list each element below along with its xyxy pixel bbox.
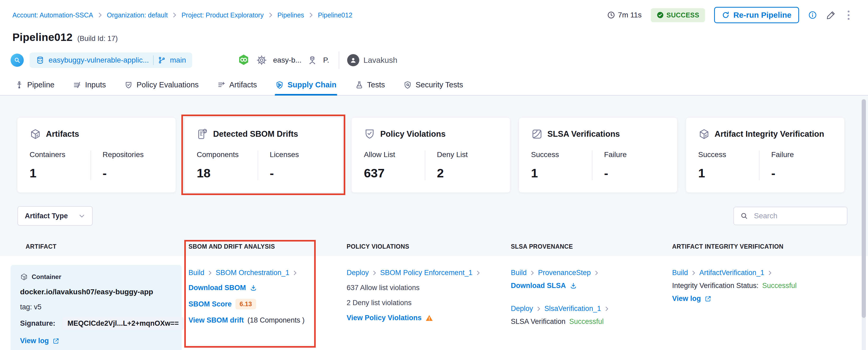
info-icon[interactable] bbox=[808, 10, 817, 20]
flask-icon bbox=[355, 81, 364, 89]
card-metric-value: 1 bbox=[698, 166, 759, 180]
more-options-kebab-icon[interactable] bbox=[845, 9, 852, 21]
view-log-label: View log bbox=[672, 294, 701, 303]
run-duration-label: 7m 11s bbox=[618, 11, 642, 19]
person-icon bbox=[349, 56, 357, 64]
container-cube-icon bbox=[20, 273, 28, 281]
shield-check-icon bbox=[364, 128, 375, 140]
tab-policy-evaluations[interactable]: Policy Evaluations bbox=[124, 77, 199, 95]
card-metric-label: Licenses bbox=[270, 151, 331, 159]
view-sbom-drift-link[interactable]: View SBOM drift bbox=[188, 316, 244, 324]
breadcrumb-account[interactable]: Account: Automation-SSCA bbox=[12, 11, 93, 19]
search-input[interactable] bbox=[753, 212, 841, 220]
scrollbar-thumb[interactable] bbox=[862, 99, 866, 318]
stage-link[interactable]: Build bbox=[511, 269, 527, 277]
download-sbom-link[interactable]: Download SBOM bbox=[188, 284, 257, 292]
signature-value: MEQCICde2Vjl...L+2+mqnOXw== bbox=[62, 317, 184, 330]
tab-artifacts[interactable]: Artifacts bbox=[217, 77, 258, 95]
supply-chain-shield-icon bbox=[275, 81, 284, 89]
breadcrumb-project[interactable]: Project: Product Exploratory bbox=[181, 11, 264, 19]
tab-security-tests[interactable]: Security Tests bbox=[403, 77, 464, 95]
gear-icon bbox=[256, 55, 267, 66]
artifact-type-text: Container bbox=[32, 273, 61, 281]
step-link[interactable]: SBOM Orchestration_1 bbox=[216, 269, 289, 277]
chevron-right-icon bbox=[98, 12, 102, 18]
trigger-abbrev: P. bbox=[323, 56, 329, 64]
integrity-status-label: Integrity Verification Status: bbox=[672, 282, 758, 290]
run-controls: 7m 11s SUCCESS Re-run Pipeline bbox=[607, 7, 852, 23]
stage-link[interactable]: Build bbox=[188, 269, 204, 277]
view-log-link[interactable]: View log bbox=[672, 294, 711, 303]
step-link[interactable]: SlsaVerification_1 bbox=[544, 305, 601, 313]
cube-icon bbox=[30, 128, 41, 140]
card-metric-value: - bbox=[270, 166, 331, 180]
user-name: Lavakush bbox=[364, 56, 397, 65]
column-header-integrity: ARTIFACT INTEGRITY VERIFICATION bbox=[672, 243, 849, 250]
cube-icon bbox=[698, 128, 710, 140]
stage-link[interactable]: Deploy bbox=[347, 269, 369, 277]
step-link[interactable]: SBOM Policy Enforcement_1 bbox=[380, 269, 472, 277]
inputs-icon bbox=[73, 81, 81, 89]
trigger-info: easy-b... P. bbox=[237, 54, 329, 67]
sbom-score-link[interactable]: SBOM Score bbox=[188, 300, 232, 308]
breadcrumb-pipelines[interactable]: Pipelines bbox=[277, 11, 304, 19]
download-slsa-label: Download SLSA bbox=[511, 282, 566, 290]
chevron-right-icon bbox=[594, 270, 598, 276]
search-icon bbox=[740, 212, 748, 220]
card-metric-label: Success bbox=[531, 151, 592, 159]
stage-link[interactable]: Deploy bbox=[511, 305, 533, 313]
sbom-document-icon bbox=[197, 128, 208, 140]
slsa-verification-status: Successful bbox=[569, 318, 604, 326]
slsa-verification-label: SLSA Verification bbox=[511, 318, 565, 326]
edit-pencil-icon[interactable] bbox=[826, 10, 836, 20]
tab-pipeline[interactable]: Pipeline bbox=[14, 77, 55, 95]
chevron-right-icon bbox=[372, 270, 376, 276]
chevron-down-icon bbox=[79, 213, 85, 219]
tab-label: Supply Chain bbox=[287, 81, 336, 89]
card-title: Artifacts bbox=[46, 129, 79, 139]
artifact-image-name: docker.io/lavakush07/easy-buggy-app bbox=[20, 288, 172, 296]
artifact-cell: Container docker.io/lavakush07/easy-bugg… bbox=[10, 265, 182, 350]
breadcrumb-pipeline012[interactable]: Pipeline012 bbox=[318, 11, 352, 19]
chevron-right-icon bbox=[692, 270, 695, 276]
card-metric-value: 2 bbox=[437, 166, 498, 180]
download-icon bbox=[250, 284, 257, 292]
tab-label: Security Tests bbox=[415, 81, 463, 89]
card-detected-sbom-drifts: Detected SBOM Drifts Components 18 Licen… bbox=[185, 118, 343, 192]
tab-supply-chain[interactable]: Supply Chain bbox=[275, 77, 337, 95]
clock-icon bbox=[607, 11, 615, 19]
chevron-right-icon bbox=[173, 12, 177, 18]
repository-chip[interactable]: easybuggy-vulnerable-applic... main bbox=[30, 53, 192, 68]
sbom-drift-count: (18 Components ) bbox=[248, 316, 305, 324]
download-slsa-link[interactable]: Download SLSA bbox=[511, 282, 577, 290]
card-metric-value: - bbox=[103, 166, 164, 180]
allow-list-violations: 637 Allow list violations bbox=[347, 284, 503, 292]
breadcrumb-organization[interactable]: Organization: default bbox=[107, 11, 168, 19]
top-bar: Account: Automation-SSCA Organization: d… bbox=[0, 0, 868, 23]
rerun-pipeline-button[interactable]: Re-run Pipeline bbox=[714, 7, 799, 23]
table-header-row: ARTIFACT SBOM AND DRIFT ANALYSIS POLICY … bbox=[0, 243, 868, 250]
build-id: (Build Id: 17) bbox=[78, 35, 118, 43]
artifact-type-dropdown[interactable]: Artifact Type bbox=[18, 206, 93, 226]
stage-link[interactable]: Build bbox=[672, 269, 688, 277]
tab-inputs[interactable]: Inputs bbox=[72, 77, 106, 95]
branch-name[interactable]: main bbox=[170, 56, 186, 64]
column-header-policy: POLICY VIOLATIONS bbox=[347, 243, 511, 250]
tab-tests[interactable]: Tests bbox=[354, 77, 386, 95]
filter-bar: Artifact Type bbox=[0, 192, 868, 226]
card-title: Artifact Integrity Verification bbox=[715, 129, 824, 139]
artifacts-table: ARTIFACT SBOM AND DRIFT ANALYSIS POLICY … bbox=[0, 243, 868, 350]
view-log-link[interactable]: View log bbox=[20, 337, 59, 345]
card-metric-label: Failure bbox=[771, 151, 832, 159]
column-header-artifact: ARTIFACT bbox=[10, 243, 185, 250]
signature-label: Signature: bbox=[20, 319, 56, 327]
view-policy-violations-link[interactable]: View Policy Violations bbox=[347, 314, 422, 322]
step-link[interactable]: ArtifactVerification_1 bbox=[699, 269, 764, 277]
card-metric-value: 637 bbox=[364, 166, 425, 180]
repository-name: easybuggy-vulnerable-applic... bbox=[49, 56, 149, 64]
card-metric-label: Containers bbox=[30, 151, 91, 159]
step-link[interactable]: ProvenanceStep bbox=[538, 269, 591, 277]
title-row: Pipeline012 (Build Id: 17) bbox=[0, 23, 868, 43]
tab-label: Tests bbox=[367, 81, 385, 89]
card-title: Detected SBOM Drifts bbox=[213, 129, 298, 139]
